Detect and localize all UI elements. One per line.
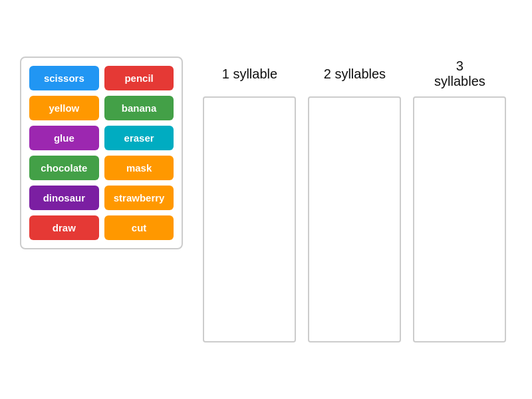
word-chip-chocolate[interactable]: chocolate (29, 156, 99, 180)
main-container: scissorspencilyellowbananaglueeraserchoc… (20, 57, 512, 342)
word-chip-dinosaur[interactable]: dinosaur (29, 186, 99, 210)
word-chip-banana[interactable]: banana (104, 96, 174, 120)
column-header-col1: 1 syllable (222, 57, 277, 91)
sort-column-col3: 3 syllables (413, 57, 506, 342)
drop-zone-col3[interactable] (413, 96, 506, 342)
word-chip-scissors[interactable]: scissors (29, 66, 99, 90)
word-chip-draw[interactable]: draw (29, 215, 99, 240)
sort-column-col1: 1 syllable (203, 57, 296, 342)
word-chip-glue[interactable]: glue (29, 126, 99, 150)
sort-columns: 1 syllable2 syllables3 syllables (203, 57, 512, 342)
column-header-col3: 3 syllables (434, 57, 485, 91)
word-bank: scissorspencilyellowbananaglueeraserchoc… (20, 57, 183, 249)
word-chip-yellow[interactable]: yellow (29, 96, 99, 120)
drop-zone-col2[interactable] (308, 96, 401, 342)
word-chip-eraser[interactable]: eraser (104, 126, 174, 150)
word-chip-mask[interactable]: mask (104, 156, 174, 180)
column-header-col2: 2 syllables (324, 57, 386, 91)
word-chip-strawberry[interactable]: strawberry (104, 186, 174, 210)
drop-zone-col1[interactable] (203, 96, 296, 342)
word-chip-pencil[interactable]: pencil (104, 66, 174, 90)
sort-column-col2: 2 syllables (308, 57, 401, 342)
word-chip-cut[interactable]: cut (104, 215, 174, 240)
